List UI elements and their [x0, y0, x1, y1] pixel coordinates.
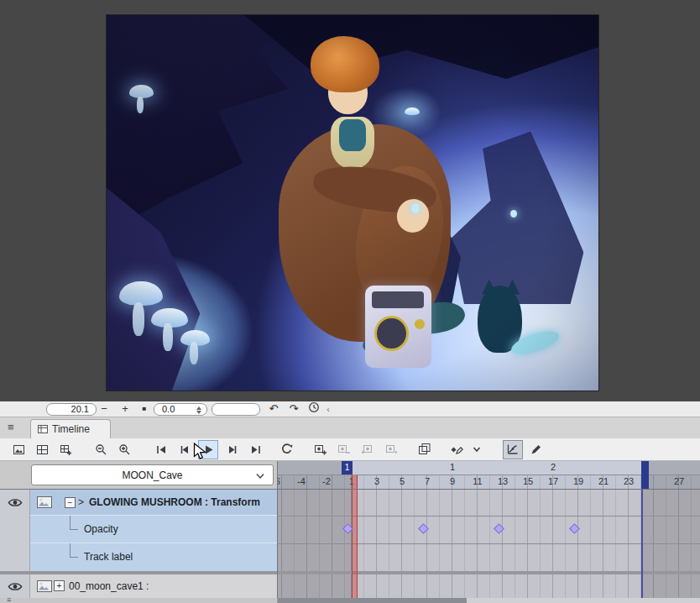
edit-timeline-button[interactable]	[526, 440, 546, 459]
add-track-button[interactable]	[55, 440, 76, 459]
row-separator	[278, 516, 700, 516]
frame-number: 11	[465, 476, 490, 486]
graph-editor-button[interactable]	[503, 440, 523, 459]
track-label-folder: GLOWING MUSHROOM : Transform	[89, 496, 260, 508]
fit-screen-button[interactable]: ■	[136, 401, 153, 417]
timeline-toolbar	[0, 438, 700, 461]
eye-icon[interactable]	[8, 581, 23, 592]
eye-icon[interactable]	[8, 497, 23, 508]
add-keyframe-button[interactable]	[311, 440, 331, 459]
timeline-ruler[interactable]: 12 1 -6-4-2135791113151719212327	[278, 461, 700, 490]
rotate-slider[interactable]	[212, 403, 260, 416]
frame-number: 5	[389, 476, 415, 486]
frame-number: 3	[364, 476, 389, 486]
zoom-value-field[interactable]: 20.1	[46, 403, 97, 416]
track-row-opacity[interactable]: Opacity	[30, 516, 278, 543]
undo-button[interactable]: ↶	[265, 401, 282, 417]
clip-end-flag[interactable]	[641, 461, 649, 490]
layer-thumbnail-icon	[37, 496, 52, 508]
onion-skin-button[interactable]	[415, 440, 435, 459]
next-keyframe-button[interactable]	[381, 440, 401, 459]
enable-keyframe-edit-button[interactable]	[447, 440, 467, 459]
clip-end-line	[641, 490, 643, 598]
frame-number: -2	[314, 476, 339, 486]
clip-region-shade	[352, 461, 641, 475]
keyframe-add-icon	[314, 443, 327, 456]
frame-number: -4	[289, 476, 314, 486]
collapse-branch-icon[interactable]: −	[65, 497, 76, 508]
keyframe-remove-icon	[337, 443, 351, 456]
column-divider	[277, 461, 278, 598]
zoom-value: 20.1	[71, 404, 89, 414]
track-row-layer[interactable]: + 00_moon_cave1 :	[30, 574, 278, 598]
grid-icon	[36, 443, 49, 456]
second-number: 1	[446, 462, 459, 472]
clip-start-flag[interactable]: 1	[342, 461, 353, 475]
clip-studio-window: 20.1 − + ■ 0.0 ↶ ↷ ‹ ≡ Timeline	[0, 0, 700, 603]
grip-icon[interactable]: ≡	[7, 595, 11, 603]
next-frame-button[interactable]	[222, 440, 242, 459]
remove-keyframe-button[interactable]	[334, 440, 354, 459]
zoom-out-icon	[95, 443, 107, 456]
track-row-track-label[interactable]: Track label	[30, 543, 278, 571]
rotate-value-field[interactable]: 0.0	[154, 403, 207, 416]
frame-number: 13	[490, 476, 515, 486]
row-separator	[278, 543, 700, 544]
film-icon	[13, 443, 25, 456]
tab-timeline[interactable]: Timeline	[30, 419, 111, 438]
tab-label: Timeline	[52, 423, 90, 435]
loop-playback-button[interactable]	[277, 440, 297, 459]
tree-branch-line	[70, 516, 78, 530]
frame-number: 21	[591, 476, 616, 486]
mouse-cursor	[193, 443, 208, 460]
ruler-frames-row: -6-4-2135791113151719212327	[278, 475, 700, 490]
skip-start-icon	[155, 443, 168, 456]
frame-number: 17	[541, 476, 566, 486]
panel-menu-icon[interactable]: ≡	[8, 421, 14, 433]
pen-icon	[530, 443, 543, 456]
timeline-hscrollbar[interactable]: ≡	[0, 598, 700, 603]
folder-chevron-icon[interactable]: >	[78, 496, 84, 508]
onion-skin-icon	[418, 443, 431, 456]
frame-number: 7	[415, 476, 440, 486]
prev-keyframe-button[interactable]	[358, 440, 378, 459]
playhead-ruler-marker[interactable]	[352, 475, 358, 490]
grid-display-button[interactable]	[32, 440, 52, 459]
layer-visibility-column	[0, 490, 30, 598]
reset-view-button[interactable]	[306, 401, 322, 417]
hscrollbar-thumb[interactable]	[278, 598, 467, 603]
frame-number: 19	[566, 476, 591, 486]
graph-icon	[506, 443, 520, 456]
zoom-out-button[interactable]: −	[96, 401, 112, 417]
tree-branch-line	[70, 543, 78, 558]
playhead[interactable]	[352, 490, 358, 598]
timeline-grid[interactable]	[278, 490, 700, 598]
canvas-artwork[interactable]	[107, 15, 598, 391]
track-name-column: − > GLOWING MUSHROOM : Transform Opacity…	[0, 490, 278, 598]
second-number: 2	[546, 462, 560, 472]
track-row-folder[interactable]: − > GLOWING MUSHROOM : Transform	[30, 490, 278, 516]
keyframe-edit-icon	[450, 443, 463, 456]
zoom-in-button[interactable]: +	[117, 401, 133, 417]
go-to-start-button[interactable]	[151, 440, 171, 459]
keyframe-next-icon	[384, 443, 398, 456]
frame-number: 23	[616, 476, 641, 486]
clip-selector-dropdown[interactable]: MOON_Cave	[31, 464, 274, 485]
expand-branch-icon[interactable]: +	[54, 580, 65, 591]
chevron-down-icon	[255, 471, 265, 481]
track-label-label: Track label	[84, 551, 133, 563]
scrollbar-corner: ≡	[0, 598, 278, 603]
timeline-zoom-out-button[interactable]	[91, 440, 111, 459]
layer-thumbnail-toggle-button[interactable]	[8, 440, 29, 459]
art-vignette	[107, 15, 598, 391]
prev-frame-button[interactable]	[175, 440, 195, 459]
keyframe-options-dropdown[interactable]	[470, 440, 483, 459]
next-frame-icon	[226, 443, 238, 456]
spinner-arrows-icon[interactable]	[196, 406, 202, 414]
toolbar-collapse-handle[interactable]: ‹	[322, 401, 334, 417]
go-to-end-button[interactable]	[245, 440, 265, 459]
chevron-down-icon	[472, 444, 482, 454]
redo-button[interactable]: ↷	[285, 401, 302, 417]
timeline-zoom-in-button[interactable]	[114, 440, 134, 459]
rotate-value: 0.0	[162, 404, 175, 414]
